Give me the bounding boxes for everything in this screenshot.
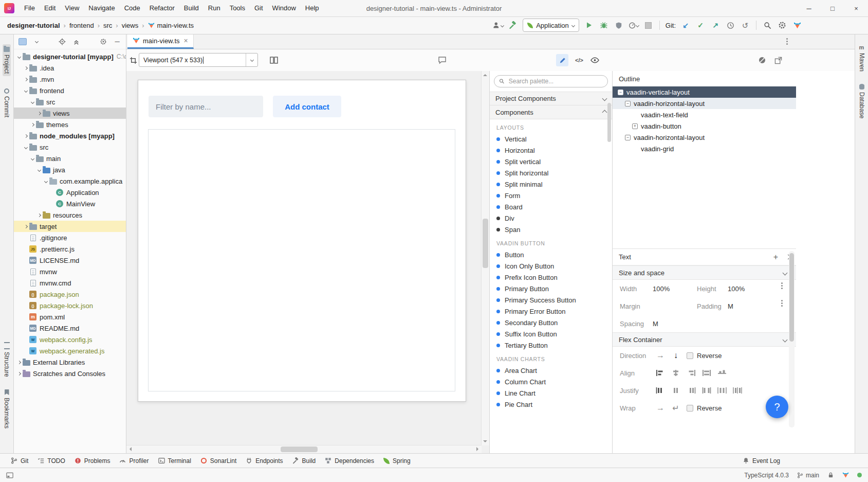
menu-code[interactable]: Code xyxy=(120,0,145,16)
outline-item[interactable]: −vaadin-horizontal-layout xyxy=(613,132,796,143)
search-everywhere-icon[interactable] xyxy=(762,20,772,30)
tree-item[interactable]: mvnw xyxy=(14,266,126,277)
preview-eye-icon[interactable] xyxy=(588,54,601,66)
palette-item[interactable]: Split minimal xyxy=(490,178,612,190)
chevron-right-icon[interactable] xyxy=(16,361,22,364)
tree-item[interactable]: CApplication xyxy=(14,187,126,198)
chevron-right-icon[interactable] xyxy=(36,214,42,217)
row-options-icon[interactable] xyxy=(781,285,783,287)
palette-item[interactable]: Line Chart xyxy=(490,387,612,399)
scroll-right-icon[interactable] xyxy=(476,447,481,451)
tool-button-todo[interactable]: TODO xyxy=(33,454,69,468)
menu-tools[interactable]: Tools xyxy=(225,0,250,16)
typescript-status[interactable]: TypeScript 4.0.3 xyxy=(744,472,789,479)
contact-grid[interactable] xyxy=(148,129,455,391)
toggle-minus-icon[interactable]: − xyxy=(625,135,631,140)
tool-button-profiler[interactable]: Profiler xyxy=(115,454,153,468)
toggle-minus-icon[interactable]: − xyxy=(618,90,623,95)
menu-navigate[interactable]: Navigate xyxy=(84,0,119,16)
tree-item[interactable]: node_modules [myapp] xyxy=(14,130,126,141)
tree-item[interactable]: views xyxy=(14,108,126,119)
tree-item[interactable]: mvnw.cmd xyxy=(14,277,126,289)
tool-button-maven[interactable]: m Maven xyxy=(858,44,865,72)
tool-button-git[interactable]: Git xyxy=(6,454,33,468)
chevron-right-icon[interactable] xyxy=(23,225,29,228)
tree-item[interactable]: JS.prettierrc.js xyxy=(14,243,126,255)
settings-gear-icon[interactable] xyxy=(777,20,787,30)
breadcrumb-item[interactable]: designer-tutorial xyxy=(6,22,61,29)
palette-item[interactable]: Split horizontal xyxy=(490,167,612,178)
close-button[interactable]: × xyxy=(844,0,868,16)
scroll-down-icon[interactable] xyxy=(483,440,487,444)
design-canvas[interactable]: Filter by name... Add contact xyxy=(126,71,489,453)
palette-item[interactable]: Split vertical xyxy=(490,156,612,167)
palette-item[interactable]: Pie Chart xyxy=(490,399,612,410)
chevron-down-icon[interactable] xyxy=(29,157,35,160)
run-configuration-select[interactable]: Application xyxy=(523,19,579,32)
project-view-selector[interactable] xyxy=(18,37,27,46)
breadcrumb-item[interactable]: src xyxy=(102,22,113,29)
chevron-down-icon[interactable] xyxy=(23,146,29,149)
ide-status-indicator[interactable] xyxy=(857,473,862,477)
justify-center-icon[interactable] xyxy=(668,384,684,397)
scroll-up-icon[interactable] xyxy=(483,72,487,76)
viewport-frame-icon[interactable] xyxy=(129,56,137,64)
tool-button-terminal[interactable]: Terminal xyxy=(154,454,196,468)
justify-start-icon[interactable] xyxy=(653,384,668,397)
breadcrumb-item[interactable]: views xyxy=(121,22,140,29)
tree-item[interactable]: .mvn xyxy=(14,74,126,85)
scrollbar-thumb[interactable] xyxy=(483,219,488,268)
tool-button-structure[interactable]: Structure xyxy=(3,342,10,377)
tool-button-commit[interactable]: Commit xyxy=(3,88,10,117)
tool-button-build[interactable]: Build xyxy=(288,454,321,468)
canvas-vertical-scrollbar[interactable] xyxy=(481,71,489,445)
help-fab-button[interactable]: ? xyxy=(766,396,788,418)
menu-help[interactable]: Help xyxy=(301,0,324,16)
build-hammer-icon[interactable] xyxy=(508,20,518,30)
tool-window-switcher-icon[interactable] xyxy=(6,472,13,479)
panel-settings-gear-icon[interactable] xyxy=(99,37,108,46)
tool-button-dependencies[interactable]: Dependencies xyxy=(320,454,379,468)
canvas-horizontal-scrollbar[interactable] xyxy=(126,445,482,453)
chevron-right-icon[interactable] xyxy=(23,67,29,69)
tree-item[interactable]: {}package.json xyxy=(14,289,126,300)
artboard[interactable]: Filter by name... Add contact xyxy=(138,80,466,402)
palette-item[interactable]: Primary Button xyxy=(490,283,612,294)
tree-item[interactable]: main xyxy=(14,153,126,164)
align-end-icon[interactable] xyxy=(684,367,699,379)
menu-build[interactable]: Build xyxy=(179,0,204,16)
breadcrumb-item[interactable]: frontend xyxy=(68,22,95,29)
tree-item[interactable]: resources xyxy=(14,209,126,221)
chevron-right-icon[interactable] xyxy=(23,135,29,137)
properties-scrollbar[interactable] xyxy=(789,251,795,427)
history-icon[interactable] xyxy=(725,20,735,30)
chevron-down-icon[interactable] xyxy=(29,101,35,103)
git-update-icon[interactable]: ↙ xyxy=(680,20,691,30)
collapse-all-icon[interactable] xyxy=(71,37,81,46)
lock-icon[interactable] xyxy=(827,472,834,478)
user-profile-icon[interactable] xyxy=(493,20,503,30)
edit-mode-pencil-icon[interactable] xyxy=(556,54,568,66)
tree-item[interactable]: CMainView xyxy=(14,198,126,209)
tree-item[interactable]: Wwebpack.generated.js xyxy=(14,345,126,356)
comment-icon[interactable] xyxy=(437,55,447,65)
chevron-right-icon[interactable] xyxy=(23,78,29,81)
tree-item[interactable]: {}package-lock.json xyxy=(14,300,126,311)
add-property-icon[interactable]: + xyxy=(773,253,778,261)
rollback-icon[interactable]: ↺ xyxy=(740,20,750,30)
outline-item[interactable]: −vaadin-vertical-layout xyxy=(613,86,796,98)
menu-view[interactable]: View xyxy=(60,0,84,16)
palette-item[interactable]: Area Chart xyxy=(490,365,612,376)
palette-item[interactable]: Suffix Icon Button xyxy=(490,328,612,340)
tree-item[interactable]: src xyxy=(14,96,126,108)
profiler-button[interactable] xyxy=(629,20,639,30)
event-log-button[interactable]: Event Log xyxy=(738,454,785,468)
palette-item[interactable]: Secondary Button xyxy=(490,317,612,328)
tree-item[interactable]: com.example.applica xyxy=(14,175,126,187)
palette-item[interactable]: Column Chart xyxy=(490,376,612,387)
tool-button-bookmarks[interactable]: Bookmarks xyxy=(3,389,10,429)
git-branch-status[interactable]: main xyxy=(797,472,819,479)
tree-item[interactable]: target xyxy=(14,221,126,232)
stop-button[interactable] xyxy=(643,20,654,30)
palette-scrollbar[interactable] xyxy=(607,103,611,142)
